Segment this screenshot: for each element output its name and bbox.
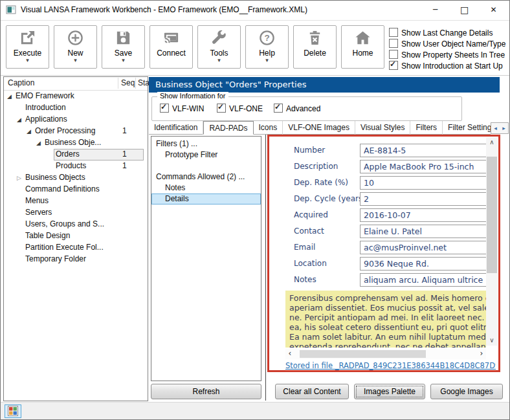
- home-button[interactable]: Home: [341, 25, 384, 69]
- expander-expanded-icon[interactable]: [7, 91, 12, 100]
- expander-collapsed-icon[interactable]: [17, 173, 21, 182]
- tree-row-servers[interactable]: Servers: [4, 207, 148, 219]
- option-show-last-change[interactable]: Show Last Change Details: [389, 27, 505, 37]
- expander-expanded-icon[interactable]: [36, 138, 41, 147]
- nav-item-filters[interactable]: Filters (1) ...: [151, 138, 261, 149]
- vertical-scrollbar-thumb[interactable]: [487, 157, 497, 273]
- tree-row-business-objects[interactable]: Business Objects: [4, 172, 148, 184]
- location-field[interactable]: [360, 257, 487, 271]
- dropdown-caret-icon[interactable]: [6, 58, 49, 64]
- column-caption[interactable]: Caption: [8, 78, 34, 87]
- tree-row-applications[interactable]: Applications: [4, 114, 148, 126]
- acquired-field[interactable]: [360, 208, 487, 222]
- save-button[interactable]: Save: [102, 25, 145, 69]
- column-seq[interactable]: Seq: [121, 78, 135, 87]
- notes-field[interactable]: [360, 273, 487, 287]
- expander-expanded-icon[interactable]: [17, 115, 21, 124]
- expander-expanded-icon[interactable]: [27, 126, 31, 135]
- help-button[interactable]: ? Help: [245, 25, 289, 69]
- option-label: Show Last Change Details: [401, 28, 493, 38]
- tree-row-emo-framework[interactable]: EMO Framework: [4, 91, 148, 102]
- horizontal-scrollbar[interactable]: [285, 349, 486, 359]
- checkbox-icon[interactable]: [389, 39, 398, 48]
- scroll-up-icon[interactable]: [486, 137, 498, 148]
- tab-icons[interactable]: Icons: [254, 121, 283, 135]
- tree-row-products[interactable]: Products1: [4, 160, 148, 172]
- dropdown-caret-icon[interactable]: [54, 58, 96, 64]
- maximize-button[interactable]: [450, 1, 479, 19]
- notes-text-area[interactable]: Forensibus comprehensam vel ad. Meis hom…: [285, 291, 486, 348]
- nav-item-details[interactable]: Details: [151, 193, 261, 204]
- clear-all-content-button[interactable]: Clear all Content: [275, 384, 349, 399]
- tree-row-temporary-folder[interactable]: Temporary Folder: [4, 254, 148, 265]
- contact-field[interactable]: [360, 225, 487, 238]
- dep-rate-field[interactable]: [360, 176, 487, 190]
- tab-filters[interactable]: Filters: [410, 121, 443, 135]
- notes-text: Forensibus comprehensam vel ad. Meis hom…: [289, 293, 482, 348]
- tab-visual-styles[interactable]: Visual Styles: [355, 121, 410, 135]
- tab-rad-pads[interactable]: RAD-PADs: [203, 121, 253, 135]
- email-field[interactable]: [360, 241, 487, 254]
- execute-button[interactable]: Execute: [6, 25, 49, 69]
- advanced-checkbox[interactable]: Advanced: [274, 104, 320, 113]
- checkbox-checked-icon[interactable]: [274, 104, 283, 113]
- refresh-button[interactable]: Refresh: [151, 384, 261, 399]
- vlf-one-checkbox[interactable]: VLF-ONE: [217, 104, 263, 113]
- scroll-right-icon[interactable]: [477, 349, 486, 359]
- palette-statusbar-button[interactable]: [5, 404, 21, 418]
- new-button[interactable]: New: [54, 25, 97, 69]
- tree-row-command-definitions[interactable]: Command Definitions: [4, 184, 148, 195]
- vertical-scrollbar[interactable]: [486, 137, 498, 346]
- nav-item-commands-allowed[interactable]: Commands Allowed (2) ...: [151, 171, 261, 182]
- tree-row-table-design[interactable]: Table Design: [4, 230, 148, 242]
- dropdown-caret-icon[interactable]: [198, 58, 240, 64]
- option-show-property-sheets[interactable]: Show Property Sheets In Tree: [389, 49, 505, 59]
- tools-button[interactable]: Tools: [197, 25, 241, 69]
- tree-row-business-obje[interactable]: Business Obje...: [4, 137, 148, 149]
- number-field[interactable]: [360, 144, 487, 157]
- nav-item-notes[interactable]: Notes: [151, 182, 261, 193]
- vlf-win-checkbox[interactable]: VLF-WIN: [160, 104, 204, 113]
- dep-cycle-field[interactable]: [360, 192, 487, 206]
- checkbox-checked-icon[interactable]: [217, 104, 226, 113]
- google-images-button[interactable]: Google Images: [430, 384, 503, 399]
- option-show-user-object[interactable]: Show User Object Name/Type: [389, 38, 505, 48]
- minimize-button[interactable]: [421, 1, 450, 19]
- status-bar: [1, 402, 509, 420]
- delete-button[interactable]: Delete: [293, 25, 337, 69]
- vertical-splitter[interactable]: [265, 135, 266, 401]
- tab-filter-settings[interactable]: Filter Settings: [443, 121, 491, 135]
- scroll-left-icon[interactable]: [285, 349, 294, 359]
- tree-row-users-groups[interactable]: Users, Groups and S...: [4, 219, 148, 230]
- checkbox-label: VLF-ONE: [229, 104, 263, 113]
- horizontal-scrollbar-thumb[interactable]: [300, 350, 426, 358]
- option-show-introduction[interactable]: Show Introduction at Start Up: [389, 60, 505, 70]
- tab-scroll-right-icon[interactable]: [500, 123, 508, 133]
- column-divider[interactable]: [118, 78, 118, 89]
- tree-row-orders[interactable]: Orders1: [4, 149, 148, 160]
- stored-file-link[interactable]: Stored in file _RADPAD_849C231E386344B18…: [285, 361, 496, 370]
- tree-row-order-processing[interactable]: Order Processing1: [4, 126, 148, 137]
- checkbox-icon[interactable]: [389, 50, 398, 59]
- checkbox-checked-icon[interactable]: [389, 61, 398, 70]
- column-divider[interactable]: [135, 78, 136, 89]
- dropdown-caret-icon[interactable]: [102, 58, 144, 64]
- connect-button[interactable]: Connect: [150, 25, 193, 69]
- checkbox-checked-icon[interactable]: [160, 104, 169, 113]
- tab-scroll-left-icon[interactable]: [491, 123, 500, 133]
- checkbox-icon[interactable]: [389, 28, 398, 37]
- tab-vlf-one-images[interactable]: VLF-ONE Images: [283, 121, 355, 135]
- close-button[interactable]: [479, 1, 508, 19]
- tree-row-menus[interactable]: Menus: [4, 195, 148, 207]
- save-label: Save: [102, 49, 144, 58]
- tree-row-introduction[interactable]: Introduction: [4, 102, 148, 114]
- nav-item-prototype-filter[interactable]: Prototype Filter: [151, 149, 261, 160]
- tab-identification[interactable]: Identification: [149, 121, 203, 135]
- tree-row-partition-execute[interactable]: Partition Execute Fol...: [4, 242, 148, 254]
- dropdown-caret-icon[interactable]: [246, 58, 288, 64]
- images-palette-button[interactable]: Images Palette: [354, 384, 425, 399]
- tree-item-seq: 1: [122, 149, 127, 159]
- description-field[interactable]: [360, 160, 487, 173]
- scroll-down-icon[interactable]: [486, 335, 498, 346]
- nav-item-blank[interactable]: [151, 160, 261, 171]
